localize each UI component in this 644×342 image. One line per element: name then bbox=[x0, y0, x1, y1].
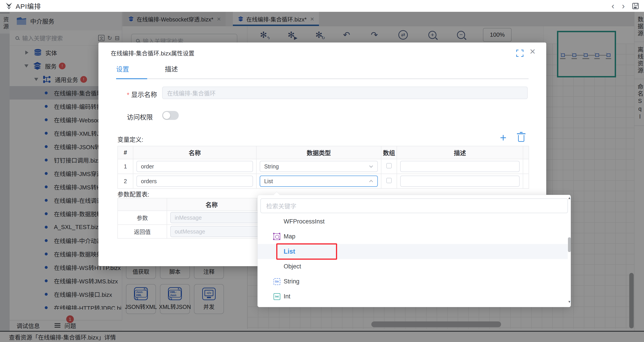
col-name: 名称 bbox=[133, 146, 256, 159]
dropdown-option-label: Map bbox=[284, 233, 296, 240]
variable-row: 1 order String bbox=[118, 159, 529, 174]
dropdown-search[interactable]: 检索关键字 bbox=[260, 198, 568, 213]
variable-name-input[interactable]: orders bbox=[136, 176, 253, 187]
access-label: 访问权限 bbox=[127, 112, 153, 122]
add-variable-icon[interactable]: + bbox=[500, 132, 506, 143]
dropdown-search-placeholder: 检索关键字 bbox=[266, 202, 296, 210]
variable-name-input[interactable]: order bbox=[136, 161, 253, 172]
variable-desc-input[interactable] bbox=[400, 161, 520, 172]
row-index: 2 bbox=[118, 174, 133, 188]
scroll-down-icon[interactable]: ▼ bbox=[568, 299, 571, 304]
type-icon: Str bbox=[274, 278, 280, 285]
save-icon[interactable] bbox=[632, 3, 639, 9]
display-name-label: 显示名称 bbox=[127, 90, 157, 99]
dropdown-scrollbar[interactable] bbox=[568, 237, 571, 252]
back-arrow-icon[interactable]: ‹ bbox=[612, 2, 614, 10]
col-type: 数据类型 bbox=[256, 146, 381, 159]
dropdown-option[interactable]: Map bbox=[258, 229, 568, 244]
forward-arrow-icon[interactable]: › bbox=[622, 2, 625, 10]
dropdown-option[interactable]: Int Int bbox=[258, 289, 568, 304]
delete-variable-icon[interactable] bbox=[518, 135, 524, 142]
params-section-label: 参数配置表: bbox=[118, 190, 150, 198]
variable-row: 2 orders List bbox=[118, 174, 529, 188]
col-desc: 描述 bbox=[397, 146, 523, 159]
chevron-up-icon bbox=[369, 180, 373, 184]
array-checkbox[interactable] bbox=[386, 163, 392, 168]
col-index: # bbox=[118, 146, 133, 159]
dropdown-option[interactable]: Object bbox=[258, 259, 568, 274]
col-extra bbox=[523, 146, 529, 159]
dropdown-options: WFProcessInst Map List Object Str String… bbox=[258, 214, 568, 305]
type-icon: Int bbox=[274, 293, 280, 300]
type-dropdown: 检索关键字 WFProcessInst Map List Object St bbox=[258, 195, 571, 307]
array-checkbox[interactable] bbox=[386, 178, 392, 183]
param-row-label: 返回值 bbox=[118, 224, 167, 238]
app-window: API编排 ‹ › 资源 中介服务 输入关键字搜索 文 ↻ ⊟ bbox=[0, 0, 644, 342]
dropdown-option-label: Int bbox=[284, 293, 290, 300]
dropdown-option[interactable]: List bbox=[258, 244, 568, 259]
variables-section-label: 变量定义: bbox=[118, 135, 144, 144]
tab-underline bbox=[116, 78, 528, 79]
dropdown-option-label: Object bbox=[284, 263, 301, 270]
type-icon bbox=[274, 233, 280, 240]
variable-type-select-open[interactable]: List bbox=[260, 176, 378, 187]
dropdown-option[interactable]: WFProcessInst bbox=[258, 214, 568, 229]
param-row-label: 参数 bbox=[118, 211, 167, 224]
dropdown-option-label: String bbox=[284, 278, 300, 285]
display-name-input[interactable]: 在线编排-集合循环 bbox=[162, 86, 528, 99]
dropdown-option-label: List bbox=[284, 248, 295, 255]
close-icon[interactable]: × bbox=[530, 46, 536, 56]
col-name: 名称 bbox=[167, 198, 256, 211]
tab-description[interactable]: 描述 bbox=[165, 64, 178, 80]
app-title: API编排 bbox=[16, 1, 41, 11]
tab-settings[interactable]: 设置 bbox=[116, 64, 129, 80]
title-bar: API编排 ‹ › bbox=[0, 0, 644, 12]
col-blank bbox=[118, 198, 167, 211]
fullscreen-icon[interactable] bbox=[516, 50, 524, 57]
display-name-placeholder: 在线编排-集合循环 bbox=[167, 89, 216, 97]
col-array: 数组 bbox=[381, 146, 397, 159]
app-logo-icon bbox=[5, 2, 13, 10]
modal-tabs: 设置 描述 bbox=[116, 64, 178, 80]
row-index: 1 bbox=[118, 159, 133, 174]
modal-title: 在线编排-集合循环.bizx属性设置 bbox=[111, 49, 194, 57]
variable-type-select[interactable]: String bbox=[260, 161, 378, 172]
dropdown-option[interactable]: Str String bbox=[258, 274, 568, 289]
scroll-up-icon[interactable]: ▲ bbox=[568, 195, 571, 200]
variable-desc-input[interactable] bbox=[400, 176, 520, 187]
variables-table: # 名称 数据类型 数组 描述 1 order String 2 orders … bbox=[118, 146, 529, 189]
dropdown-option-label: WFProcessInst bbox=[284, 218, 324, 225]
access-toggle[interactable] bbox=[162, 111, 179, 120]
chevron-down-icon bbox=[369, 164, 373, 168]
